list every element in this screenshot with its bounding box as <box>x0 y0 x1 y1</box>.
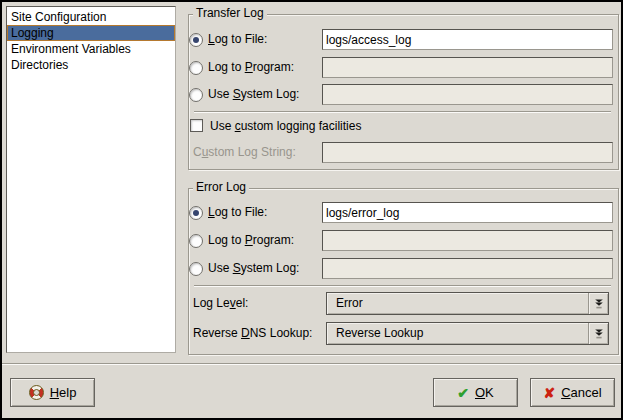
error-use-system-log-label: Use System Log: <box>208 258 299 279</box>
sidebar-item-environment-variables[interactable]: Environment Variables <box>7 41 175 57</box>
logging-settings-dialog: Site Configuration Logging Environment V… <box>0 0 623 420</box>
dropdown-arrow-icon <box>588 323 608 344</box>
transfer-log-file-input[interactable] <box>322 29 613 50</box>
dropdown-arrow-icon <box>588 293 608 314</box>
reverse-dns-lookup-dropdown[interactable]: Reverse Lookup <box>326 322 609 345</box>
transfer-log-frame-title: Transfer Log <box>193 7 267 20</box>
error-log-file-input[interactable] <box>322 202 613 223</box>
ok-check-icon: ✔ <box>457 386 469 400</box>
error-log-frame-title: Error Log <box>193 181 249 194</box>
category-list: Site Configuration Logging Environment V… <box>6 6 176 353</box>
log-level-value: Error <box>327 293 588 314</box>
cancel-button[interactable]: ✘ Cancel <box>530 378 615 407</box>
error-log-to-program-label: Log to Program: <box>208 230 294 251</box>
ok-button[interactable]: ✔ OK <box>433 378 518 407</box>
custom-log-string-input <box>322 142 613 163</box>
transfer-log-program-input <box>322 57 613 78</box>
action-area-separator <box>2 363 621 365</box>
sidebar-item-directories[interactable]: Directories <box>7 57 175 73</box>
reverse-dns-lookup-label: Reverse DNS Lookup: <box>193 322 312 345</box>
cancel-x-icon: ✘ <box>543 386 555 400</box>
error-log-to-file-radio[interactable] <box>189 206 203 220</box>
transfer-use-system-log-radio[interactable] <box>189 88 203 102</box>
transfer-use-system-log-label: Use System Log: <box>208 84 299 105</box>
error-system-log-input <box>322 258 613 279</box>
transfer-frame-separator <box>194 111 611 113</box>
sidebar-item-site-configuration[interactable]: Site Configuration <box>7 9 175 25</box>
transfer-log-to-program-label: Log to Program: <box>208 57 294 78</box>
transfer-log-to-file-radio[interactable] <box>189 33 203 47</box>
use-custom-logging-checkbox[interactable] <box>190 119 203 132</box>
transfer-log-to-file-label: Log to File: <box>208 29 267 50</box>
custom-log-string-label: Custom Log String: <box>193 142 296 163</box>
transfer-log-to-program-radio[interactable] <box>189 61 203 75</box>
help-button-label: Help <box>50 385 77 400</box>
log-level-dropdown[interactable]: Error <box>326 292 609 315</box>
error-log-program-input <box>322 230 613 251</box>
error-frame-separator <box>194 285 611 287</box>
sidebar-item-logging[interactable]: Logging <box>7 25 175 41</box>
error-log-to-program-radio[interactable] <box>189 234 203 248</box>
cancel-button-label: Cancel <box>561 385 601 400</box>
error-log-to-file-label: Log to File: <box>208 202 267 223</box>
use-custom-logging-label: Use custom logging facilities <box>210 119 361 133</box>
reverse-dns-lookup-value: Reverse Lookup <box>327 323 588 344</box>
help-lifebuoy-icon <box>29 385 44 400</box>
transfer-system-log-input <box>322 84 613 105</box>
ok-button-label: OK <box>475 385 494 400</box>
help-button[interactable]: Help <box>10 378 95 407</box>
error-use-system-log-radio[interactable] <box>189 262 203 276</box>
log-level-label: Log Level: <box>193 292 248 315</box>
